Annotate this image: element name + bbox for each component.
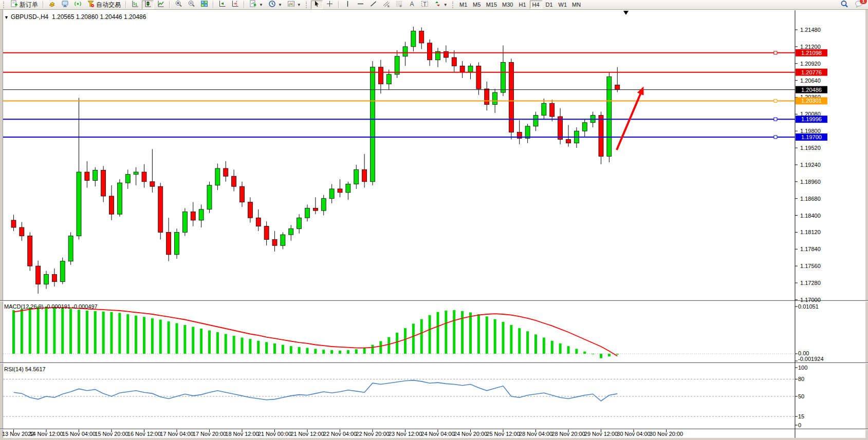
signals-button[interactable] [72, 1, 84, 9]
bar-chart-button[interactable] [129, 1, 141, 9]
toolbar-grip[interactable] [3, 2, 6, 8]
toolbar-grip[interactable] [306, 2, 308, 8]
indicators-button[interactable]: ▼ [247, 1, 265, 9]
price-badge-label: 1.20776 [801, 69, 822, 75]
macd-bar [314, 349, 317, 354]
timeframe-m1-button[interactable]: M1 [457, 1, 470, 9]
chart-shift-button[interactable] [229, 1, 241, 9]
crosshair-icon [326, 0, 334, 9]
equidistant-channel-icon: E [382, 0, 390, 9]
macd-bar [298, 347, 301, 354]
zoom-out-icon [188, 0, 195, 9]
candle-body [117, 183, 122, 214]
macd-bar [183, 325, 186, 354]
candle-body [542, 103, 546, 115]
hosting-monitor-icon [61, 0, 69, 9]
time-axis-label: 21 Nov 00:00 [258, 431, 291, 437]
tile-windows-button[interactable] [198, 1, 210, 9]
candlestick-chart-button[interactable] [142, 1, 154, 9]
macd-bar [396, 333, 398, 354]
trendline-button[interactable] [367, 1, 379, 9]
candle-body [346, 184, 350, 192]
new-order-button[interactable]: 新订单 [8, 1, 40, 9]
macd-bar [559, 343, 562, 354]
candle-body [403, 47, 408, 56]
macd-bar [216, 332, 219, 354]
candle-body [452, 58, 456, 66]
horizontal-line-icon [357, 0, 364, 9]
line-chart-button[interactable] [155, 1, 167, 9]
chat-button[interactable]: 1 [855, 0, 863, 9]
arrow-shapes-button[interactable]: ▼ [432, 1, 450, 9]
text-box-button[interactable]: T [419, 1, 431, 9]
macd-bar [102, 312, 105, 354]
timeframe-w1-button[interactable]: W1 [557, 1, 569, 9]
chart-area[interactable]: 1.214801.212001.209201.206401.203601.200… [0, 10, 868, 440]
text-label-button[interactable]: A [406, 1, 418, 9]
cursor-button[interactable] [311, 1, 323, 9]
timeframe-d1-button[interactable]: D1 [543, 1, 556, 9]
separator [338, 1, 339, 8]
auto-scroll-button[interactable] [216, 1, 228, 9]
macd-bar [437, 312, 439, 354]
autotrading-button[interactable]: 自动交易 [85, 1, 123, 9]
candle-body [297, 218, 302, 228]
timeframe-m5-button[interactable]: M5 [471, 1, 483, 9]
svg-text:A: A [410, 1, 414, 8]
hosting-button[interactable] [59, 1, 71, 9]
zoom-in-button[interactable] [173, 1, 184, 9]
window-right-edge [865, 10, 868, 440]
hline-handle[interactable] [774, 51, 777, 54]
line-chart-icon [157, 0, 164, 9]
hline-handle[interactable] [774, 99, 777, 102]
price-axis-label: 1.17280 [800, 280, 821, 286]
chart-dropdown-caret[interactable]: ▼ [4, 15, 9, 20]
history-button[interactable] [46, 1, 58, 9]
separator [169, 1, 170, 8]
search-button[interactable] [838, 1, 851, 9]
price-badge-label: 1.20301 [801, 98, 822, 104]
macd-bar [61, 308, 64, 354]
macd-bar [486, 316, 488, 354]
timeframe-m30-button[interactable]: M30 [500, 1, 515, 9]
macd-axis-label: -0.001924 [798, 356, 824, 362]
macd-bar [241, 337, 244, 354]
chart-canvas[interactable]: 1.214801.212001.209201.206401.203601.200… [0, 10, 868, 440]
timeframe-mn-button[interactable]: MN [570, 1, 583, 9]
signals-icon [74, 0, 82, 9]
candle-body [582, 123, 587, 131]
new-order-label: 新订单 [20, 1, 38, 9]
timeframe-group: M1M5M15M30H1H4D1W1MN [457, 1, 583, 9]
price-axis-label: 1.17560 [800, 263, 821, 269]
horizontal-line-button[interactable] [355, 1, 366, 9]
candle-body [28, 236, 32, 266]
time-axis-label: 15 Nov 20:00 [95, 431, 128, 437]
macd-bar [126, 314, 129, 354]
candle-body [272, 239, 277, 245]
hline-handle[interactable] [774, 136, 777, 139]
time-axis-label: 24 Nov 04:00 [421, 431, 454, 437]
crosshair-button[interactable] [324, 1, 336, 9]
zoom-in-icon [175, 0, 182, 9]
candle-body [158, 186, 163, 232]
time-axis-label: 30 Nov 20:00 [650, 431, 683, 437]
fibonacci-button[interactable]: F [393, 1, 405, 9]
candle-body [52, 275, 57, 282]
macd-bar [151, 318, 154, 354]
templates-button[interactable]: ▼ [285, 1, 303, 9]
rsi-axis-label: 50 [798, 393, 804, 399]
time-axis-label: 22 Nov 04:00 [323, 431, 357, 437]
timeframe-h4-button[interactable]: H4 [530, 1, 542, 9]
equidistant-channel-button[interactable]: E [380, 1, 392, 9]
toolbar-grip[interactable] [452, 2, 455, 8]
price-badge-label: 1.19996 [801, 116, 822, 122]
timeframe-m15-button[interactable]: M15 [484, 1, 499, 9]
zoom-out-button[interactable] [186, 1, 197, 9]
hline-handle[interactable] [774, 118, 777, 121]
timeframe-h1-button[interactable]: H1 [516, 1, 529, 9]
autotrading-funnel-icon [87, 0, 95, 9]
macd-bar [118, 313, 121, 354]
periods-button[interactable]: ▼ [266, 1, 284, 9]
candle-body [36, 266, 41, 284]
vertical-line-button[interactable] [342, 1, 354, 9]
